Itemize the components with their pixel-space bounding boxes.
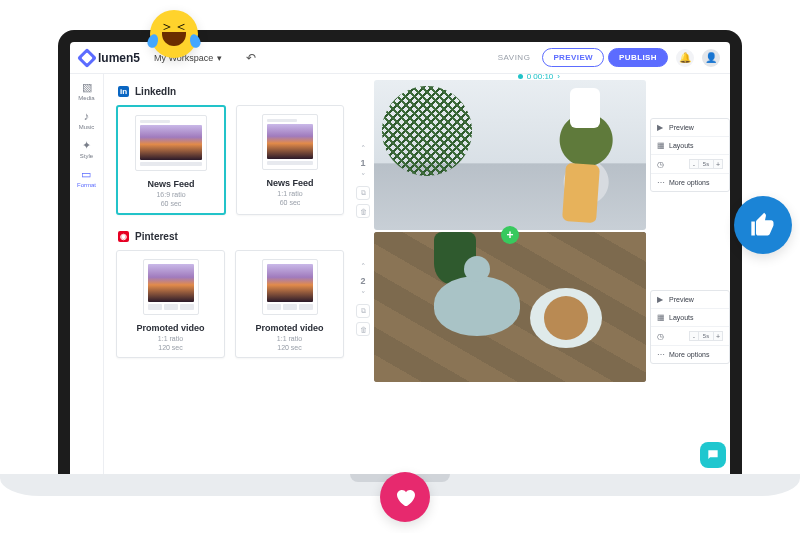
section-title: LinkedIn — [135, 86, 176, 97]
format-title: News Feed — [266, 178, 313, 188]
format-title: Promoted video — [136, 323, 204, 333]
add-slide-button[interactable]: + — [501, 226, 519, 244]
format-thumbnail — [135, 115, 207, 171]
chevron-up-icon[interactable]: ˄ — [361, 262, 366, 272]
slide-rail: ˄ 1 ˅ ⧉ 🗑 ˄ 2 ˅ ⧉ 🗑 — [356, 74, 370, 474]
format-ratio: 1:1 ratio — [277, 190, 302, 197]
chevron-down-icon[interactable]: ˅ — [361, 172, 366, 182]
clock-icon: ◷ — [657, 160, 665, 169]
clock-icon: ◷ — [657, 332, 665, 341]
format-duration: 120 sec — [158, 344, 183, 351]
user-avatar[interactable]: 👤 — [702, 49, 720, 67]
format-thumbnail — [262, 114, 318, 170]
format-thumbnail — [262, 259, 318, 315]
decrement-button[interactable]: - — [689, 331, 699, 341]
chevron-up-icon[interactable]: ˄ — [361, 144, 366, 154]
slide-duration-stepper[interactable]: ◷ -5s+ — [651, 155, 729, 174]
format-card[interactable]: Promoted video 1:1 ratio 120 sec — [235, 250, 344, 358]
brand-logo[interactable]: lumen5 — [80, 51, 140, 65]
slide-duration-stepper[interactable]: ◷ -5s+ — [651, 327, 729, 346]
rail-label: Media — [78, 95, 94, 101]
duration-value: 5s — [699, 331, 713, 341]
slide-number: 1 — [360, 158, 365, 168]
grid-icon: ▦ — [657, 141, 665, 150]
duration-value: 5s — [699, 159, 713, 169]
logo-mark-icon — [77, 48, 97, 68]
format-card[interactable]: News Feed 1:1 ratio 60 sec — [236, 105, 344, 215]
play-icon: ▶ — [657, 295, 665, 304]
format-title: News Feed — [147, 179, 194, 189]
format-duration: 120 sec — [277, 344, 302, 351]
like-emoji-badge — [734, 196, 792, 254]
linkedin-icon: in — [118, 86, 129, 97]
section-title: Pinterest — [135, 231, 178, 242]
format-ratio: 1:1 ratio — [277, 335, 302, 342]
increment-button[interactable]: + — [713, 331, 723, 341]
pinterest-icon: ◉ — [118, 231, 129, 242]
canvas: 0 00:10› + — [370, 74, 650, 474]
delete-icon[interactable]: 🗑 — [356, 204, 370, 218]
publish-button[interactable]: PUBLISH — [608, 48, 668, 67]
copy-icon[interactable]: ⧉ — [356, 304, 370, 318]
section-pinterest: ◉ Pinterest — [118, 231, 344, 242]
rail-item-format[interactable]: ▭ Format — [77, 167, 96, 188]
left-rail: ▧ Media ♪ Music ✦ Style ▭ Format — [70, 74, 104, 474]
slide-preview-button[interactable]: ▶Preview — [651, 291, 729, 309]
grid-icon: ▦ — [657, 313, 665, 322]
increment-button[interactable]: + — [713, 159, 723, 169]
slide-layouts-button[interactable]: ▦Layouts — [651, 137, 729, 155]
format-duration: 60 sec — [161, 200, 182, 207]
format-thumbnail — [143, 259, 199, 315]
music-icon: ♪ — [79, 109, 93, 123]
slide-number: 2 — [360, 276, 365, 286]
rail-label: Music — [79, 124, 95, 130]
chat-widget[interactable] — [700, 442, 726, 468]
chevron-down-icon[interactable]: ˅ — [361, 290, 366, 300]
slide-more-options[interactable]: ⋯More options — [651, 174, 729, 191]
format-card[interactable]: News Feed 16:9 ratio 60 sec — [116, 105, 226, 215]
rail-label: Format — [77, 182, 96, 188]
format-card[interactable]: Promoted video 1:1 ratio 120 sec — [116, 250, 225, 358]
decrement-button[interactable]: - — [689, 159, 699, 169]
rail-item-media[interactable]: ▧ Media — [78, 80, 94, 101]
slide-1[interactable] — [374, 80, 646, 230]
wand-icon: ✦ — [80, 138, 94, 152]
format-icon: ▭ — [79, 167, 93, 181]
slide-layouts-button[interactable]: ▦Layouts — [651, 309, 729, 327]
copy-icon[interactable]: ⧉ — [356, 186, 370, 200]
slide-more-options[interactable]: ⋯More options — [651, 346, 729, 363]
brand-name: lumen5 — [98, 51, 140, 65]
chevron-down-icon: ▾ — [217, 53, 222, 63]
more-icon: ⋯ — [657, 350, 665, 359]
image-icon: ▧ — [80, 80, 94, 94]
rail-item-music[interactable]: ♪ Music — [79, 109, 95, 130]
delete-icon[interactable]: 🗑 — [356, 322, 370, 336]
format-duration: 60 sec — [280, 199, 301, 206]
section-linkedin: in LinkedIn — [118, 86, 344, 97]
more-icon: ⋯ — [657, 178, 665, 187]
saving-status: SAVING — [498, 53, 531, 62]
heart-emoji-badge — [380, 472, 430, 522]
format-title: Promoted video — [255, 323, 323, 333]
format-ratio: 16:9 ratio — [156, 191, 185, 198]
play-icon: ▶ — [657, 123, 665, 132]
laugh-emoji-badge: ＞＜ — [150, 10, 198, 58]
rail-item-style[interactable]: ✦ Style — [80, 138, 94, 159]
rail-label: Style — [80, 153, 93, 159]
format-ratio: 1:1 ratio — [158, 335, 183, 342]
notifications-icon[interactable]: 🔔 — [676, 49, 694, 67]
format-panel: in LinkedIn News Feed 16:9 ratio 60 sec — [104, 74, 356, 474]
preview-button[interactable]: PREVIEW — [542, 48, 604, 67]
slide-preview-button[interactable]: ▶Preview — [651, 119, 729, 137]
slide-2[interactable] — [374, 232, 646, 382]
undo-button[interactable]: ↶ — [246, 51, 256, 65]
slide-controls: ▶Preview ▦Layouts ◷ -5s+ ⋯More options ▶… — [650, 74, 730, 474]
